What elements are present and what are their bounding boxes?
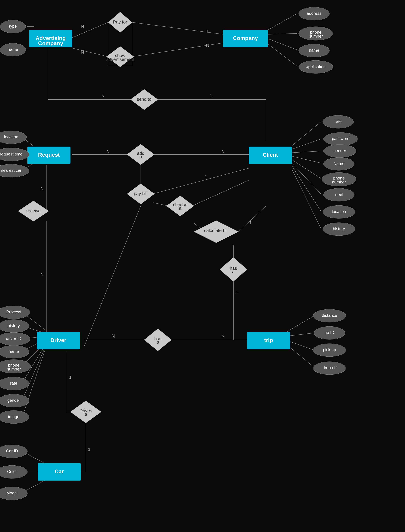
attr-label-dr-driverid: driver ID: [6, 336, 22, 341]
svg-text:1: 1: [88, 447, 90, 452]
rel-label-choose-a2: a: [179, 206, 182, 211]
attr-label-cl-history: history: [333, 226, 345, 231]
svg-text:1: 1: [236, 289, 238, 294]
attr-label-tr-distance: distance: [322, 313, 337, 318]
attr-label-dr-gender: gender: [7, 398, 20, 403]
svg-line-51: [268, 34, 297, 34]
rel-label-drives2: a: [85, 411, 87, 417]
rel-label-has-driver2: a: [157, 339, 159, 345]
entity-label-company: Company: [233, 35, 258, 41]
attr-label-car-id: Car ID: [6, 449, 18, 453]
attr-label-co-address: address: [307, 11, 321, 16]
entity-label-driver: Driver: [50, 337, 66, 343]
attr-label-car-model: Model: [6, 491, 18, 495]
attr-label-co-phone2: number: [309, 34, 323, 38]
attr-label-cl-location: location: [332, 209, 346, 214]
attr-label-tr-pickup: pick up: [323, 347, 336, 352]
attr-label-co-app: application: [306, 64, 326, 69]
attr-label-dr-phone2: number: [7, 367, 20, 371]
attr-label-co-name: name: [309, 48, 319, 53]
entity-label-client: Client: [263, 152, 278, 158]
svg-text:N: N: [112, 333, 115, 339]
svg-text:N: N: [81, 49, 84, 54]
rel-label-has-a2: a: [232, 269, 235, 274]
svg-line-46: [84, 206, 141, 347]
attr-label-cl-mail: mail: [335, 192, 343, 197]
attr-label-dr-name: name: [9, 349, 19, 354]
svg-line-3: [132, 43, 223, 57]
entity-label-advertising-company2: Company: [38, 40, 63, 46]
svg-line-59: [292, 163, 321, 194]
entity-label-request: Request: [38, 152, 60, 158]
attr-label-tr-tipid: tip ID: [325, 330, 334, 335]
svg-text:N: N: [222, 333, 225, 339]
er-diagram: N 1 N N N 1 N N N 1 N 1 1 1 N N 1: [0, 0, 405, 532]
svg-text:N: N: [101, 93, 105, 98]
svg-text:N: N: [40, 272, 44, 277]
rel-label-calculate-bill: calculate bill: [204, 228, 228, 233]
attr-label-car-color: Color: [7, 469, 17, 474]
attr-label-cl-rate: rate: [334, 119, 342, 124]
attr-label-req-time: request time: [0, 152, 22, 156]
svg-text:N: N: [40, 186, 44, 191]
attr-label-ac-type: type: [9, 24, 17, 28]
attr-label-cl-password: password: [332, 136, 350, 141]
svg-text:1: 1: [205, 174, 207, 179]
svg-line-54: [292, 122, 321, 146]
svg-line-71: [22, 348, 45, 400]
svg-text:N: N: [81, 24, 84, 29]
rel-label-show-ad2: advertisement: [106, 57, 134, 62]
attr-label-req-car: nearest car: [1, 168, 21, 173]
svg-line-30: [238, 206, 266, 232]
svg-line-73: [285, 316, 314, 333]
attr-label-req-location: location: [4, 135, 18, 139]
rel-label-pay-for: Pay for: [113, 19, 127, 25]
attr-label-dr-history: history: [8, 323, 20, 328]
svg-line-1: [72, 48, 108, 57]
svg-text:1: 1: [249, 220, 252, 225]
svg-line-52: [268, 39, 297, 50]
svg-text:1: 1: [210, 93, 212, 98]
attr-label-tr-dropoff: drop off: [323, 365, 337, 370]
svg-text:1: 1: [206, 29, 209, 34]
rel-label-pay-bill: pay bill: [134, 191, 148, 196]
rel-label-send-to: send to: [137, 97, 151, 102]
svg-line-60: [292, 166, 321, 211]
svg-text:1: 1: [69, 375, 72, 380]
svg-line-2: [132, 22, 223, 34]
svg-line-53: [268, 44, 297, 66]
svg-text:N: N: [107, 149, 110, 154]
attr-label-dr-process: Process: [6, 310, 21, 314]
svg-line-58: [292, 160, 321, 178]
svg-text:N: N: [222, 149, 225, 154]
svg-text:N: N: [206, 43, 209, 48]
rel-label-add-a2: a: [140, 154, 142, 159]
svg-line-22: [153, 168, 249, 194]
entity-label-trip: trip: [264, 337, 273, 343]
svg-line-25: [192, 180, 249, 206]
entity-label-car: Car: [54, 468, 64, 475]
svg-line-57: [292, 156, 321, 163]
attr-label-dr-image: image: [8, 414, 19, 419]
attr-label-cl-gender: gender: [333, 148, 346, 153]
attr-label-ac-name: name: [8, 47, 18, 52]
svg-line-61: [292, 169, 321, 228]
svg-line-0: [72, 22, 108, 38]
svg-line-55: [292, 139, 321, 149]
attr-label-cl-name: Name: [333, 161, 344, 166]
attr-label-cl-phone2: number: [332, 180, 346, 184]
svg-line-24: [153, 202, 168, 206]
rel-label-receive: receive: [26, 208, 41, 213]
svg-line-56: [292, 151, 321, 153]
svg-line-50: [268, 14, 297, 30]
attr-label-dr-rate: rate: [10, 381, 17, 385]
